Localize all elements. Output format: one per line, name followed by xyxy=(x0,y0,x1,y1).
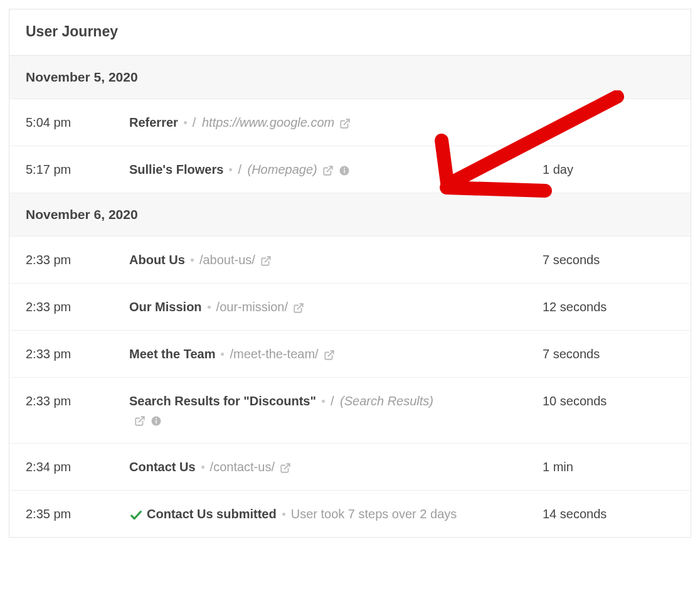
check-icon xyxy=(129,508,143,522)
path-slash: / xyxy=(331,394,334,408)
svg-point-11 xyxy=(156,418,157,419)
row-note: User took 7 steps over 2 days xyxy=(291,507,457,521)
external-link-icon[interactable] xyxy=(280,462,291,474)
journey-row: 2:33 pmAbout Us/about-us/7 seconds xyxy=(9,237,691,284)
row-main: Referrer/ https://www.google.com xyxy=(129,113,543,132)
svg-line-12 xyxy=(284,464,289,469)
card-title: User Journey xyxy=(26,23,674,40)
row-time: 2:33 pm xyxy=(26,297,129,316)
row-title: Search Results for "Discounts" xyxy=(129,394,316,408)
row-title: Contact Us submitted xyxy=(147,507,277,521)
row-title: Sullie's Flowers xyxy=(129,163,223,176)
row-path: /meet-the-team/ xyxy=(230,347,318,361)
info-icon[interactable] xyxy=(151,415,162,427)
row-main: About Us/about-us/ xyxy=(129,250,543,269)
row-main: Contact Us/contact-us/ xyxy=(129,457,543,476)
row-path: (Homepage) xyxy=(248,163,317,176)
row-duration: 10 seconds xyxy=(543,392,674,410)
external-link-icon[interactable] xyxy=(134,415,146,427)
row-title: Referrer xyxy=(129,115,178,129)
separator-dot xyxy=(221,353,224,356)
date-header: November 5, 2020 xyxy=(9,56,691,99)
row-title: About Us xyxy=(129,253,185,267)
svg-line-6 xyxy=(298,304,303,309)
separator-dot xyxy=(282,513,285,516)
separator-dot xyxy=(208,306,211,309)
row-duration: 7 seconds xyxy=(543,250,674,269)
row-time: 2:33 pm xyxy=(26,392,129,410)
journey-row: 2:33 pmSearch Results for "Discounts"/ (… xyxy=(9,378,691,444)
row-path: https://www.google.com xyxy=(202,115,334,129)
journey-row: 2:33 pmMeet the Team/meet-the-team/7 sec… xyxy=(9,331,691,378)
path-slash: / xyxy=(193,115,196,129)
journey-row: 2:33 pmOur Mission/our-mission/12 second… xyxy=(9,284,691,331)
row-path: /our-mission/ xyxy=(216,300,288,314)
separator-dot xyxy=(184,121,187,124)
row-main: Meet the Team/meet-the-team/ xyxy=(129,344,543,363)
external-link-icon[interactable] xyxy=(260,255,272,267)
svg-rect-3 xyxy=(344,169,345,173)
row-duration: 1 min xyxy=(543,457,674,476)
row-time: 2:35 pm xyxy=(26,504,129,523)
separator-dot xyxy=(229,168,232,171)
journey-row: 2:34 pmContact Us/contact-us/1 min xyxy=(9,444,691,491)
journey-row: 5:17 pmSullie's Flowers/ (Homepage)1 day xyxy=(9,146,691,193)
svg-line-5 xyxy=(265,257,270,262)
svg-point-4 xyxy=(344,168,345,169)
row-duration: 14 seconds xyxy=(543,504,674,523)
row-title: Meet the Team xyxy=(129,347,215,361)
svg-line-0 xyxy=(344,119,349,124)
info-icon[interactable] xyxy=(339,165,350,176)
row-time: 2:34 pm xyxy=(26,457,129,476)
row-time: 5:17 pm xyxy=(26,160,129,179)
row-main: Our Mission/our-mission/ xyxy=(129,297,543,316)
separator-dot xyxy=(201,466,204,469)
svg-line-7 xyxy=(328,351,333,356)
row-main: Contact Us submittedUser took 7 steps ov… xyxy=(129,504,543,523)
row-path: /contact-us/ xyxy=(210,460,275,474)
row-main: Sullie's Flowers/ (Homepage) xyxy=(129,160,543,179)
external-link-icon[interactable] xyxy=(322,165,334,176)
row-duration: 1 day xyxy=(543,160,674,179)
external-link-icon[interactable] xyxy=(324,349,335,361)
date-header: November 6, 2020 xyxy=(9,193,691,237)
row-time: 2:33 pm xyxy=(26,250,129,269)
path-slash: / xyxy=(238,163,241,176)
svg-line-1 xyxy=(327,166,332,171)
row-title: Our Mission xyxy=(129,300,202,314)
row-path: (Search Results) xyxy=(340,394,433,408)
journey-row: 2:35 pmContact Us submittedUser took 7 s… xyxy=(9,491,691,537)
row-path: /about-us/ xyxy=(199,253,255,267)
svg-rect-10 xyxy=(156,420,157,423)
separator-dot xyxy=(191,259,194,262)
user-journey-card: User Journey November 5, 20205:04 pmRefe… xyxy=(9,9,691,538)
row-duration: 7 seconds xyxy=(543,344,674,363)
row-time: 2:33 pm xyxy=(26,344,129,363)
card-header: User Journey xyxy=(9,9,691,56)
row-time: 5:04 pm xyxy=(26,113,129,132)
external-link-icon[interactable] xyxy=(339,118,351,129)
svg-line-8 xyxy=(139,417,144,422)
row-main: Search Results for "Discounts"/ (Search … xyxy=(129,392,543,429)
row-title: Contact Us xyxy=(129,460,196,474)
journey-row: 5:04 pmReferrer/ https://www.google.com xyxy=(9,99,691,146)
row-duration: 12 seconds xyxy=(543,297,674,316)
external-link-icon[interactable] xyxy=(293,302,304,314)
separator-dot xyxy=(322,400,325,403)
